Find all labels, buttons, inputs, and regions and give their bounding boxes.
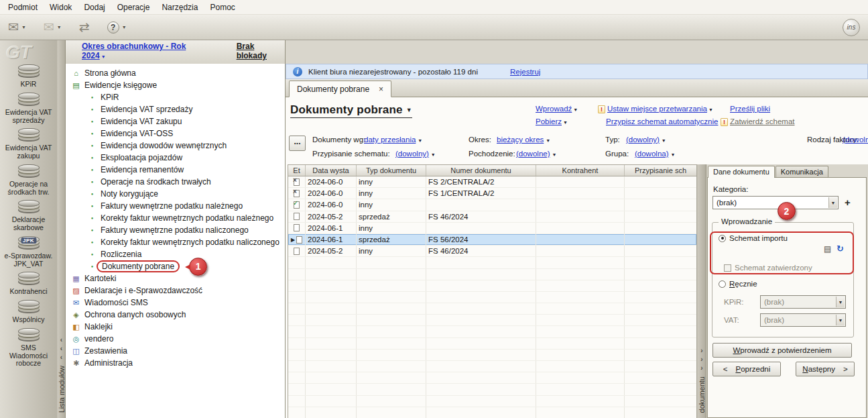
module-ewidencja-vat-sprzeda-y[interactable]: Ewidencja VAT sprzedaży — [1, 93, 56, 125]
next-button[interactable]: Następny > — [796, 362, 855, 376]
tree-item-korekty-faktur-wewn-trznych-podatku-nale-nego[interactable]: ●Korekty faktur wewnętrznych podatku nal… — [66, 212, 285, 224]
tree-item-faktury-wewn-trzne-podatku-nale-nego[interactable]: ●Faktury wewnętrzne podatku należnego — [66, 200, 285, 212]
filter-value-rodzaj-faktury[interactable]: (dowolny▼ — [843, 136, 868, 144]
tree-item-noty-koryguj-ce[interactable]: ●Noty korygujące — [66, 188, 285, 200]
table-row-empty[interactable] — [288, 257, 696, 268]
table-row-empty[interactable] — [288, 315, 696, 326]
filter-value-typ[interactable]: (dowolny)▼ — [626, 136, 666, 144]
add-category-button[interactable]: + — [845, 197, 851, 208]
module-wsp-lnicy[interactable]: Wspólnicy — [1, 300, 56, 324]
table-row-empty[interactable] — [288, 338, 696, 350]
tab-dane-dokumentu[interactable]: Dane dokumentu — [708, 166, 775, 178]
chevron-down-icon[interactable]: ▼ — [828, 197, 837, 208]
column-header-data-wysta[interactable]: Data wysta — [306, 165, 357, 176]
ustaw-miejsce-link[interactable]: Ustaw miejsce przetwarzania▼ — [607, 105, 713, 113]
tree-item-ewidencja-dowod-w-wewn-trznych[interactable]: ●Ewidencja dowodów wewnętrznych — [66, 140, 285, 152]
schema-list-icon[interactable]: ▤ — [824, 245, 831, 253]
tree-item-administracja[interactable]: ✱Administracja — [66, 357, 285, 369]
menu-item-operacje[interactable]: Operacje — [111, 1, 156, 14]
module-e-sprawozdaw-jpk-vat[interactable]: JPKe-Sprawozdaw. JPK_VAT — [1, 236, 56, 268]
document-note-splitter[interactable]: › › › dokumentu — [697, 164, 706, 418]
column-header-typ-dokumentu[interactable]: Typ dokumentu — [357, 165, 426, 176]
refresh-icon[interactable]: ↻ — [836, 244, 844, 253]
table-row-empty[interactable] — [288, 350, 696, 361]
tree-item-korekty-faktur-wewn-trznych-podatku-naliczonego[interactable]: ●Korekty faktur wewnętrznych podatku nal… — [66, 236, 285, 248]
tree-item-ewidencja-remanent-w[interactable]: ●Ewidencja remanentów — [66, 164, 285, 176]
table-row-empty[interactable] — [288, 292, 696, 303]
module-operacje-na-rodkach-trw[interactable]: Operacje na środkach trw. — [1, 164, 56, 197]
filter-value-przypisanie-schematu[interactable]: (dowolny)▼ — [395, 150, 436, 158]
tree-item-kpir[interactable]: ●KPiR — [66, 91, 285, 103]
przypisz-schemat-link[interactable]: Przypisz schemat automatycznie — [606, 117, 718, 125]
filter-value-grupa[interactable]: (dowolna)▼ — [635, 150, 675, 158]
tree-item-rozliczenia[interactable]: ●Rozliczenia — [66, 248, 285, 260]
tree-item-strona-g-wna[interactable]: ⌂Strona główna — [66, 67, 285, 79]
more-filters-button[interactable]: ... — [289, 136, 306, 151]
column-header-numer-dokumentu[interactable]: Numer dokumentu — [426, 165, 536, 176]
close-icon[interactable]: × — [379, 85, 383, 94]
filter-value-dokumenty-wg[interactable]: daty przesłania▼ — [364, 136, 422, 144]
tree-item-wiadomo-ci-sms[interactable]: ✉Wiadomości SMS — [66, 297, 285, 309]
rejestruj-link[interactable]: Rejestruj — [510, 68, 540, 76]
wprowadz-link[interactable]: Wprowadź▼ — [536, 105, 578, 113]
tab-dokumenty-pobrane[interactable]: Dokumenty pobrane × — [289, 81, 391, 97]
table-row[interactable]: ▶2024-06-1sprzedażFS 56/2024 — [288, 234, 696, 246]
checkbox-schemat-zatwierdzony[interactable]: Schemat zatwierdzony — [724, 264, 812, 272]
menu-item-podmiot[interactable]: Podmiot — [2, 1, 44, 14]
category-select[interactable]: (brak) ▼ — [712, 196, 839, 209]
transfer-button[interactable]: ⇄ — [79, 21, 90, 34]
module-sms-wiadomo-ci-robocze[interactable]: SMS Wiadomości robocze — [1, 328, 56, 368]
table-row-empty[interactable] — [288, 396, 696, 407]
menu-item-pomoc[interactable]: Pomoc — [204, 1, 241, 14]
tree-item-eksploatacja-pojazd-w[interactable]: ●Eksploatacja pojazdów — [66, 152, 285, 164]
table-row-empty[interactable] — [288, 269, 696, 280]
table-row[interactable]: ×2024-06-0innyFS 1/CENTRALA/2 — [288, 188, 696, 199]
filter-value-pochodzenie[interactable]: (dowolne)▼ — [516, 150, 556, 158]
table-row-empty[interactable] — [288, 280, 696, 292]
przeslij-pliki-link[interactable]: Prześlij pliki — [730, 105, 770, 113]
send-message-button[interactable]: ✉ ▼ — [8, 21, 26, 34]
tree-item-naklejki[interactable]: ◧Naklejki — [66, 321, 285, 333]
column-header-przypisanie-sch[interactable]: Przypisanie sch — [625, 165, 697, 176]
tree-item-deklaracje-i-e-sprawozdawczo[interactable]: ▨Deklaracje i e-Sprawozdawczość — [66, 284, 285, 297]
table-row[interactable]: ×2024-06-0innyFS 2/CENTRALA/2 — [288, 176, 696, 188]
tree-item-ewidencja-vat-zakupu[interactable]: ●Ewidencja VAT zakupu — [66, 115, 285, 127]
insert-logo-badge[interactable]: ins — [843, 19, 860, 36]
tree-item-ewidencja-vat-sprzeda-y[interactable]: ●Ewidencja VAT sprzedaży — [66, 103, 285, 115]
module-kontrahenci[interactable]: Kontrahenci — [1, 272, 56, 296]
confirm-button[interactable]: Wprowadź z potwierdzeniem — [712, 343, 852, 358]
tree-item-ochrona-danych-osobowych[interactable]: ◈Ochrona danych osobowych — [66, 309, 285, 321]
table-row[interactable]: ✓2024-06-0inny — [288, 199, 696, 211]
messages-button[interactable]: ✉ ▼ — [44, 21, 62, 34]
module-ewidencja-vat-zakupu[interactable]: Ewidencja VAT zakupu — [1, 128, 56, 160]
table-row-empty[interactable] — [288, 326, 696, 337]
table-row[interactable]: 2024-05-2innyFS 46/2024 — [288, 246, 696, 257]
table-row[interactable]: 2024-06-1inny — [288, 223, 696, 234]
pobierz-link[interactable]: Pobierz▼ — [536, 117, 568, 125]
tree-item-ewidencje-ksi-gowe[interactable]: ▤Ewidencje księgowe — [66, 79, 285, 91]
tree-item-zestawienia[interactable]: ◫Zestawienia — [66, 345, 285, 357]
menu-item-dodaj[interactable]: Dodaj — [78, 1, 111, 14]
help-button[interactable]: ? ▼ — [107, 21, 127, 34]
radio-recznie[interactable]: Ręcznie — [719, 280, 757, 288]
column-header-kontrahent[interactable]: Kontrahent — [536, 165, 625, 176]
filter-value-okres[interactable]: bieżący okres▼ — [497, 136, 550, 144]
tree-item-vendero[interactable]: ◎vendero — [66, 333, 285, 345]
column-header-et[interactable]: Et — [288, 165, 306, 176]
page-title[interactable]: Dokumenty pobrane ▼ — [290, 103, 412, 118]
tree-item-operacje-na-rodkach-trwa-ych[interactable]: ●Operacje na środkach trwałych — [66, 176, 285, 188]
prev-button[interactable]: < Poprzedni — [712, 362, 781, 376]
module-kpir[interactable]: KPiR — [1, 64, 56, 89]
tree-item-dokumenty-pobrane[interactable]: ●Dokumenty pobrane1 — [66, 260, 285, 272]
lock-status-link[interactable]: Brak blokady — [237, 42, 285, 60]
table-row-empty[interactable] — [288, 361, 696, 372]
table-row-empty[interactable] — [288, 407, 696, 418]
tree-item-ewidencja-vat-oss[interactable]: ●Ewidencja VAT-OSS — [66, 127, 285, 140]
zatwierdz-schemat-link[interactable]: Zatwierdź schemat — [730, 117, 795, 125]
table-row-empty[interactable] — [288, 372, 696, 384]
table-row[interactable]: 2024-05-2sprzedażFS 46/2024 — [288, 211, 696, 223]
tab-komunikacja[interactable]: Komunikacja — [776, 166, 828, 178]
modules-panel-splitter[interactable]: ‹ ‹ ‹ Lista modułów — [57, 40, 66, 418]
period-selector-link[interactable]: Okres obrachunkowy - Rok 2024▼ — [82, 42, 207, 60]
tree-item-faktury-wewn-trzne-podatku-naliczonego[interactable]: ●Faktury wewnętrzne podatku naliczonego — [66, 224, 285, 236]
